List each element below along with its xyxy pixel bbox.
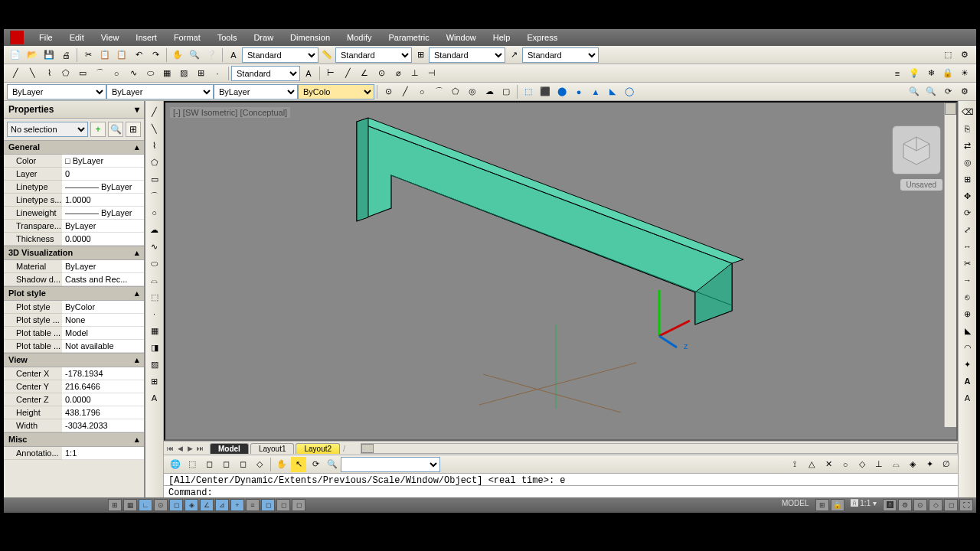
model-toggle[interactable]: ◻ [292, 499, 305, 511]
dim-dia-icon[interactable]: ⌀ [390, 66, 406, 81]
panel-collapse-icon[interactable]: ▾ [135, 104, 139, 115]
prop-value[interactable]: Model [62, 327, 144, 340]
text-style-combo[interactable]: Standard [242, 47, 318, 63]
ellipse-icon[interactable]: ⬭ [142, 66, 158, 81]
osnap-toggle[interactable]: ◻ [169, 499, 183, 511]
copy2-icon[interactable]: ⎘ [960, 121, 975, 136]
ducs-toggle[interactable]: ⊿ [215, 499, 229, 511]
snap-none-icon[interactable]: ∅ [939, 457, 954, 472]
prop-row[interactable]: MaterialByLayer [4, 260, 144, 273]
prop-value[interactable]: ———— ByLayer [62, 181, 144, 194]
menu-tools[interactable]: Tools [210, 31, 245, 44]
prop-row[interactable]: Linetype s...1.0000 [4, 194, 144, 207]
sc-toggle[interactable]: ◻ [276, 499, 290, 511]
ortho-toggle[interactable]: ∟ [139, 499, 152, 511]
menu-file[interactable]: File [31, 31, 60, 44]
toggle-pickadd-icon[interactable]: ⊞ [126, 122, 141, 137]
donut-icon[interactable]: ◎ [465, 84, 480, 99]
viewport[interactable]: [-] [SW Isometric] [Conceptual] z [164, 101, 958, 441]
region-tool-icon[interactable]: ▨ [147, 357, 162, 372]
text-mod2-icon[interactable]: A [960, 390, 975, 406]
view-side-icon[interactable]: ◻ [235, 457, 250, 472]
section-plot[interactable]: Plot style▴ [4, 286, 144, 301]
text-style-icon[interactable]: A [226, 47, 241, 63]
status-max-icon[interactable]: ⛶ [959, 499, 973, 511]
3dosnap-toggle[interactable]: ◈ [185, 499, 198, 511]
textstyle-combo[interactable]: Standard [231, 66, 300, 81]
snap-perp-icon[interactable]: ⊥ [871, 457, 887, 472]
grid-toggle[interactable]: ▦ [123, 499, 137, 511]
cut-icon[interactable]: ✂ [80, 47, 96, 63]
mtext-tool-icon[interactable]: A [147, 390, 162, 406]
paste-icon[interactable]: 📋 [114, 47, 129, 63]
tab-layout1[interactable]: Layout1 [250, 443, 295, 454]
extend-icon[interactable]: → [960, 272, 975, 288]
ellipse-tool-icon[interactable]: ⬭ [147, 256, 162, 271]
prop-row[interactable]: Linetype———— ByLayer [4, 181, 144, 194]
menu-edit[interactable]: Edit [62, 31, 92, 44]
stretch-icon[interactable]: ↔ [960, 239, 975, 254]
prop-row[interactable]: Plot table ... Not available [4, 340, 144, 353]
print-icon[interactable]: 🖨 [58, 47, 74, 63]
pan-realtime-icon[interactable]: ✋ [274, 457, 289, 472]
xline-tool-icon[interactable]: ╲ [147, 121, 162, 136]
view-top-icon[interactable]: ◻ [201, 457, 217, 472]
prop-row[interactable]: Color□ ByLayer [4, 155, 144, 168]
menu-view[interactable]: View [93, 31, 127, 44]
spline-icon[interactable]: ∿ [126, 66, 141, 81]
line-tool-icon[interactable]: ╱ [147, 104, 162, 119]
pan-icon[interactable]: ✋ [170, 47, 185, 63]
status-scale[interactable]: 🅰 1:1 ▾ [846, 499, 881, 511]
viewcube[interactable] [892, 126, 941, 174]
tab-last-icon[interactable]: ⏭ [195, 445, 204, 452]
snap-near-icon[interactable]: ◈ [905, 457, 920, 472]
layer-manager-icon[interactable]: ≡ [890, 66, 905, 81]
selection-combo[interactable]: No selection [7, 122, 88, 137]
dim-radius-icon[interactable]: ⊙ [374, 66, 389, 81]
cylinder-icon[interactable]: ⬤ [554, 84, 570, 99]
polar-toggle[interactable]: ⊙ [154, 499, 168, 511]
snap-int-icon[interactable]: ✕ [821, 457, 836, 472]
prop-row[interactable]: Height438.1796 [4, 406, 144, 419]
orbit2-icon[interactable]: ⟳ [308, 457, 323, 472]
menu-modify[interactable]: Modify [339, 31, 379, 44]
arc-tool-icon[interactable]: ⌒ [147, 188, 162, 204]
orbit-icon[interactable]: ⟳ [940, 84, 956, 99]
prop-value[interactable]: 216.6466 [62, 380, 144, 393]
prop-row[interactable]: Transpare...ByLayer [4, 220, 144, 233]
status-lock-icon[interactable]: 🔒 [831, 499, 844, 511]
dim-ord-icon[interactable]: ⊥ [407, 66, 423, 81]
snap-node-icon[interactable]: ✦ [922, 457, 937, 472]
prop-row[interactable]: Plot table ...Model [4, 327, 144, 340]
undo-icon[interactable]: ↶ [131, 47, 146, 63]
zoom-ext-icon[interactable]: 🔍 [906, 84, 922, 99]
scale-icon[interactable]: ⤢ [960, 222, 975, 237]
status-ws-icon[interactable]: ⚙ [898, 499, 912, 511]
table-style-icon[interactable]: ⊞ [413, 47, 428, 63]
prop-row[interactable]: Plot style ...None [4, 314, 144, 327]
status-hw-icon[interactable]: ⊙ [913, 499, 927, 511]
tab-model[interactable]: Model [210, 443, 249, 454]
dim-linear-icon[interactable]: ⊢ [323, 66, 338, 81]
dim-style-icon[interactable]: 📏 [319, 47, 335, 63]
trim-icon[interactable]: ✂ [960, 256, 975, 271]
section-viz[interactable]: 3D Visualization▴ [4, 246, 144, 260]
prop-value[interactable]: ByLayer [62, 260, 144, 273]
arc2-icon[interactable]: ⌒ [431, 84, 446, 99]
array-icon[interactable]: ⊞ [960, 171, 975, 187]
palette-icon[interactable]: ⬚ [940, 47, 956, 63]
erase-icon[interactable]: ⌫ [960, 104, 975, 119]
settings-icon[interactable]: ⚙ [957, 84, 972, 99]
polygon-tool-icon[interactable]: ⬠ [147, 155, 162, 170]
select-objects-icon[interactable]: 🔍 [108, 122, 123, 137]
circle2-icon[interactable]: ○ [414, 84, 430, 99]
prop-row[interactable]: Width-3034.2033 [4, 419, 144, 432]
command-prompt[interactable]: Command: [164, 485, 958, 497]
quick-select-icon[interactable]: + [90, 122, 106, 137]
snap-end-icon[interactable]: ⟟ [787, 457, 802, 472]
dim-aligned-icon[interactable]: ╱ [340, 66, 355, 81]
zoom-rt-icon[interactable]: 🔍 [325, 457, 340, 472]
menu-insert[interactable]: Insert [128, 31, 165, 44]
fillet-icon[interactable]: ◠ [960, 340, 975, 355]
prop-row[interactable]: Thickness0.0000 [4, 233, 144, 246]
